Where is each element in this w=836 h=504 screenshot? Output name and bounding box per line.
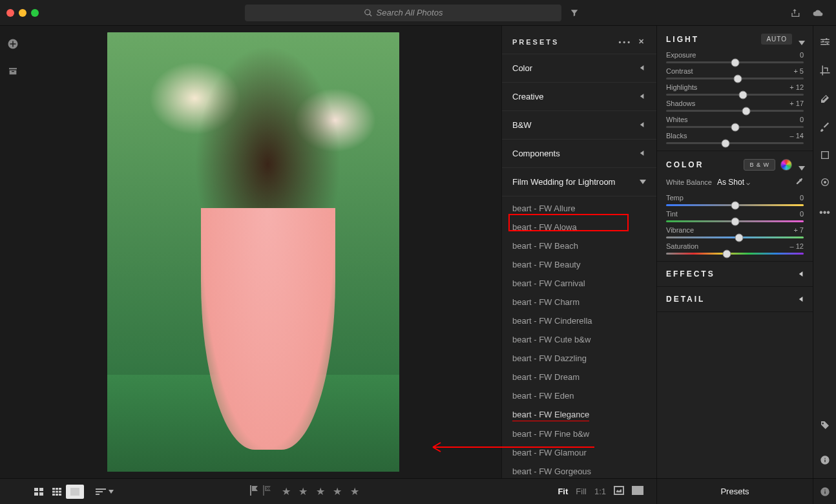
slider-track[interactable] <box>666 253 804 255</box>
more-tools-button[interactable]: ••• <box>819 207 830 218</box>
light-collapse-button[interactable] <box>799 37 804 42</box>
add-button[interactable] <box>6 37 19 50</box>
single-view-button[interactable] <box>66 485 84 499</box>
slider-track[interactable] <box>666 142 804 144</box>
fit-button[interactable]: Fit <box>558 487 568 496</box>
preset-category-color[interactable]: Color <box>502 54 656 83</box>
brush-icon <box>819 121 831 133</box>
preset-item[interactable]: beart - FW Eden <box>512 386 656 405</box>
preset-item[interactable]: beart - FW Elegance <box>512 405 589 421</box>
linear-gradient-button[interactable] <box>820 150 830 163</box>
slider-track[interactable] <box>666 220 804 222</box>
slider-track[interactable] <box>666 110 804 112</box>
preset-item[interactable]: beart - FW Dazzling <box>512 349 656 368</box>
close-window-button[interactable] <box>6 9 14 17</box>
crop-button[interactable] <box>819 65 831 79</box>
preset-item[interactable]: beart - FW Charm <box>512 293 656 311</box>
preset-item[interactable]: beart - FW Gorgeous <box>512 462 656 478</box>
left-sidebar <box>0 26 26 478</box>
auto-button[interactable]: AUTO <box>761 34 792 45</box>
preset-item[interactable]: beart - FW Cinderella <box>512 311 656 330</box>
slider-knob[interactable] <box>735 233 743 242</box>
effects-section-header[interactable]: EFFECTS <box>657 262 813 287</box>
tag-button[interactable] <box>820 420 830 433</box>
slider-knob[interactable] <box>731 201 739 209</box>
slider-knob[interactable] <box>721 139 729 147</box>
cloud-button[interactable] <box>811 8 824 18</box>
color-mixer-button[interactable] <box>780 159 792 171</box>
brush-button[interactable] <box>819 121 831 136</box>
rating-stars[interactable]: ★ ★ ★ ★ ★ <box>282 485 362 498</box>
preset-category-b-w[interactable]: B&W <box>502 111 656 140</box>
grid-small-button[interactable] <box>48 485 66 499</box>
slider-knob[interactable] <box>731 217 739 226</box>
preset-item[interactable]: beart - FW Cute b&w <box>512 330 656 349</box>
filmstrip-button[interactable] <box>614 486 624 497</box>
preset-category-creative[interactable]: Creative <box>502 83 656 111</box>
share-button[interactable] <box>789 8 800 18</box>
slider-knob[interactable] <box>739 90 747 99</box>
bw-button[interactable]: B & W <box>744 159 775 171</box>
slider-value: + 5 <box>793 67 804 75</box>
svg-rect-3 <box>39 492 43 496</box>
presets-title: PRESETS <box>512 38 559 46</box>
preset-category-components[interactable]: Components <box>502 140 656 168</box>
slider-track[interactable] <box>666 204 804 206</box>
preset-item[interactable]: beart - FW Glamour <box>512 443 656 462</box>
heal-button[interactable] <box>819 93 831 107</box>
fill-button[interactable]: Fill <box>576 487 587 496</box>
radial-gradient-button[interactable] <box>820 177 830 190</box>
preset-item[interactable]: beart - FW Carnival <box>512 274 656 293</box>
minimize-window-button[interactable] <box>19 9 26 17</box>
maximize-window-button[interactable] <box>31 9 39 17</box>
slider-track[interactable] <box>666 78 804 79</box>
one-to-one-button[interactable]: 1:1 <box>594 487 606 496</box>
detail-section-header[interactable]: DETAIL <box>657 287 813 312</box>
radial-gradient-icon <box>820 177 830 187</box>
preset-item[interactable]: beart - FW Beauty <box>512 255 656 274</box>
slider-label: Blacks <box>666 132 687 140</box>
slider-label: Contrast <box>666 67 693 75</box>
slider-knob[interactable] <box>731 58 739 67</box>
sort-button[interactable] <box>96 488 114 496</box>
filter-button[interactable] <box>565 5 583 21</box>
library-button[interactable] <box>6 65 19 78</box>
slider-knob[interactable] <box>722 249 731 258</box>
slider-track[interactable] <box>666 61 804 63</box>
compare-button[interactable] <box>632 486 643 497</box>
preset-item[interactable]: beart - FW Allure <box>512 199 656 218</box>
slider-track[interactable] <box>666 126 804 128</box>
slider-track[interactable] <box>666 94 804 96</box>
slider-knob[interactable] <box>731 123 739 131</box>
edit-sliders-button[interactable] <box>819 36 831 50</box>
preset-item[interactable]: beart - FW Fine b&w <box>512 425 656 443</box>
search-input[interactable]: Search All Photos <box>245 5 561 21</box>
slider-knob[interactable] <box>733 74 742 83</box>
wb-dropper-button[interactable] <box>795 177 804 187</box>
preset-item[interactable]: beart - FW Alowa <box>512 218 656 236</box>
presets-close-button[interactable]: ✕ <box>638 37 646 46</box>
info-button[interactable] <box>820 455 830 468</box>
preset-category-film-wedding-for-lightroom[interactable]: Film Wedding for Lightroom <box>502 168 656 196</box>
flag-reject-button[interactable] <box>262 485 271 498</box>
color-collapse-button[interactable] <box>799 162 804 167</box>
slider-track[interactable] <box>666 236 804 238</box>
wb-select[interactable]: As Shot ⌵ <box>717 178 750 187</box>
grid-large-icon <box>34 488 43 496</box>
preset-item[interactable]: beart - FW Dream <box>512 368 656 386</box>
chevron-left-icon <box>640 149 646 158</box>
slider-label: Vibrance <box>666 226 694 234</box>
presets-more-button[interactable]: ••• <box>618 38 632 46</box>
preset-category-label: Creative <box>512 92 543 101</box>
svg-rect-4 <box>52 488 55 490</box>
photo-preview[interactable] <box>107 32 399 472</box>
grid-large-button[interactable] <box>30 485 48 499</box>
bottom-info-button[interactable] <box>813 479 836 504</box>
photo-canvas <box>26 26 501 478</box>
slider-knob[interactable] <box>742 107 750 115</box>
presets-tab-button[interactable]: Presets <box>656 479 813 504</box>
flag-pick-button[interactable] <box>249 485 258 498</box>
preset-item[interactable]: beart - FW Beach <box>512 236 656 255</box>
svg-rect-13 <box>70 488 79 496</box>
flag-icon <box>249 485 258 496</box>
